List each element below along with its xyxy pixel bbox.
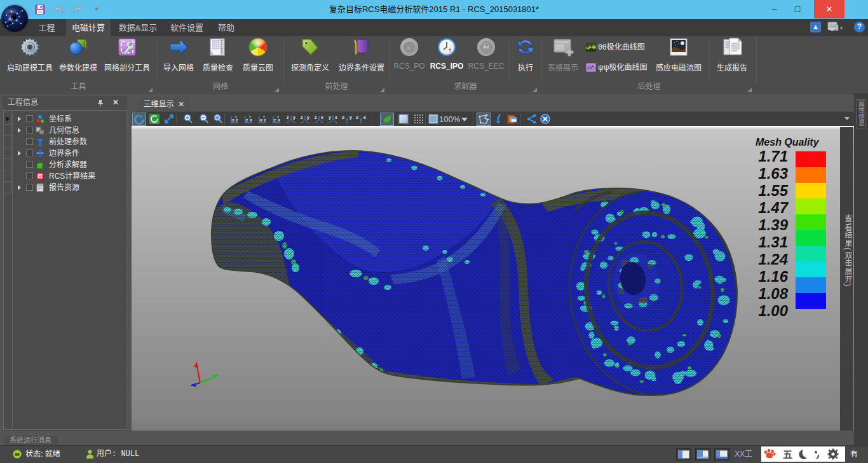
svg-text:z: z [315,115,317,120]
svg-text:y: y [329,115,331,120]
svg-text:z: z [301,115,303,120]
svg-text:z: z [342,115,344,120]
svg-text:y: y [349,115,352,120]
svg-text:x: x [260,118,262,122]
svg-text:y: y [293,115,295,120]
svg-text:z: z [264,118,266,122]
svg-text:z: z [274,118,276,122]
svg-text:x: x [250,118,252,122]
svg-text:z: z [287,115,289,120]
svg-text:五: 五 [783,449,792,460]
svg-text:z: z [356,115,358,120]
svg-text:y: y [307,115,309,120]
svg-text:y: y [249,114,251,118]
svg-text:y: y [263,114,265,118]
svg-text:z: z [246,118,248,122]
svg-text:x: x [278,118,280,122]
svg-text:x: x [335,115,337,120]
svg-text:x: x [232,118,234,122]
svg-text:y: y [277,114,279,118]
svg-text:z: z [236,118,238,122]
svg-text:x: x [321,115,323,120]
svg-text:x: x [363,115,366,120]
svg-text:y: y [235,114,237,118]
